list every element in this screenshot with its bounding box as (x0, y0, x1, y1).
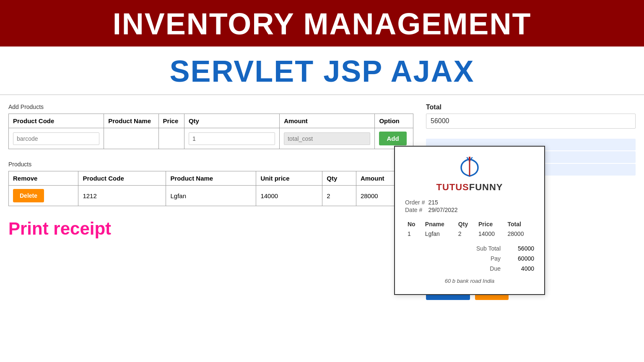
book-icon (457, 155, 482, 180)
subtitle: SERVLET JSP AJAX (8, 54, 636, 88)
qty-input[interactable] (189, 132, 275, 145)
col-qty: Qty (184, 114, 279, 128)
receipt-qty: 2 (456, 229, 476, 239)
add-products-table: Product Code Product Name Price Qty Amou… (8, 114, 413, 149)
col-prod-name: Product Name (166, 171, 256, 186)
products-table: Remove Product Code Product Name Unit pr… (8, 171, 413, 206)
order-label: Order # (405, 199, 428, 206)
total-label: Total (426, 103, 636, 111)
logo-funny: FUNNY (469, 182, 503, 192)
qty-cell (184, 128, 279, 149)
col-product-name: Product Name (104, 114, 158, 128)
price-cell (158, 128, 184, 149)
list-item: 1 Lgfan 2 14000 28000 (405, 229, 534, 239)
main-title: INVENTORY MANAGEMENT (8, 8, 636, 41)
delete-button[interactable]: Delete (13, 189, 44, 202)
receipt-table: No Pname Qty Price Total 1 Lgfan 2 14000… (405, 220, 534, 239)
col-option: Option (375, 114, 413, 128)
col-amount: Amount (280, 114, 375, 128)
amount-cell (280, 128, 375, 149)
pay-value: 60000 (509, 254, 534, 264)
product-name-cell (104, 128, 158, 149)
add-products-label: Add Products (8, 103, 413, 110)
due-label: Due (490, 264, 501, 274)
receipt-price: 14000 (476, 229, 505, 239)
receipt-col-total: Total (505, 220, 535, 229)
col-prod-qty: Qty (322, 171, 356, 186)
delete-cell: Delete (9, 186, 78, 206)
receipt-info: Order # 215 Date # 29/07/2022 (405, 199, 534, 214)
subtitle-banner: SERVLET JSP AJAX (0, 47, 644, 95)
products-section: Products Remove Product Code Product Nam… (8, 161, 413, 206)
receipt-logo-text: TUTUSFUNNY (405, 182, 534, 193)
logo-tutus: TUTUS (436, 182, 469, 192)
receipt-col-price: Price (476, 220, 505, 229)
col-remove: Remove (9, 171, 78, 186)
header-banner: INVENTORY MANAGEMENT (0, 0, 644, 47)
receipt-col-no: No (405, 220, 423, 229)
qty-cell: 2 (322, 186, 356, 206)
col-prod-code: Product Code (78, 171, 166, 186)
barcode-input[interactable] (13, 132, 99, 145)
total-input[interactable] (426, 114, 636, 129)
due-value: 4000 (509, 264, 534, 274)
receipt-col-qty: Qty (456, 220, 476, 229)
date-label: Date # (405, 206, 428, 214)
receipt-pname: Lgfan (423, 229, 456, 239)
date-value: 29/07/2022 (428, 206, 461, 214)
left-section: Add Products Product Code Product Name P… (8, 103, 413, 300)
unit-price-cell: 14000 (256, 186, 322, 206)
receipt-footer: 60 b bank road India (405, 278, 534, 284)
table-row: Delete 1212 Lgfan 14000 2 28000 (9, 186, 413, 206)
receipt-total: 28000 (505, 229, 535, 239)
subtotal-label: Sub Total (476, 244, 501, 254)
col-price: Price (158, 114, 184, 128)
total-cost-input[interactable] (284, 132, 370, 145)
receipt-no: 1 (405, 229, 423, 239)
receipt-logo: TUTUSFUNNY (405, 155, 534, 193)
subtotal-value: 56000 (509, 244, 534, 254)
print-receipt-label[interactable]: Print receipt (8, 219, 111, 239)
order-value: 215 (428, 199, 461, 206)
pay-label: Pay (491, 254, 501, 264)
receipt-popup: TUTUSFUNNY Order # 215 Date # 29/07/2022… (394, 146, 545, 295)
product-name-cell: Lgfan (166, 186, 256, 206)
barcode-cell (9, 128, 104, 149)
col-product-code: Product Code (9, 114, 104, 128)
col-unit-price: Unit price (256, 171, 322, 186)
receipt-col-pname: Pname (423, 220, 456, 229)
receipt-totals: Sub Total 56000 Pay 60000 Due 4000 (405, 244, 534, 274)
product-code-cell: 1212 (78, 186, 166, 206)
add-button[interactable]: Add (379, 132, 406, 145)
products-label: Products (8, 161, 413, 168)
